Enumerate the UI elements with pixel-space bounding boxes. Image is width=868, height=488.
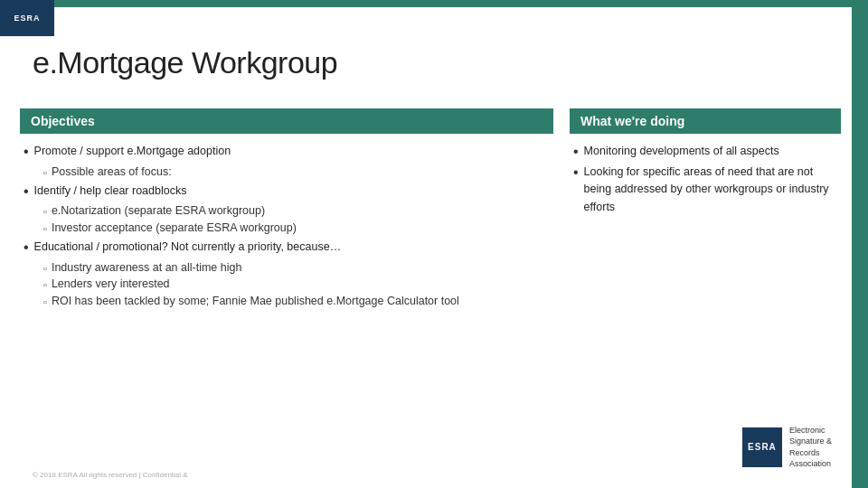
right-accent-bar [852,0,868,488]
list-item: • Monitoring developments of all aspects [573,143,841,162]
list-item: • Promote / support e.Mortgage adoption [24,143,553,162]
sub-list: ▫ e.Notarization (separate ESRA workgrou… [43,202,553,237]
esra-bottom-logo: ESRA Electronic Signature & Records Asso… [742,425,832,470]
esra-logo-box-text: ESRA [748,442,777,452]
sub-arrow-icon: ▫ [43,295,47,310]
sub-arrow-icon: ▫ [43,261,47,277]
sub-text: e.Notarization (separate ESRA workgroup) [52,202,265,220]
logo-text: ESRA [14,14,40,23]
sub-arrow-icon: ▫ [43,165,47,181]
bullet-text: Promote / support e.Mortgage adoption [34,143,553,160]
list-item: • Looking for specific areas of need tha… [573,164,841,216]
sub-text: Industry awareness at an all-time high [52,259,242,277]
sub-text: Possible areas of focus: [52,164,172,181]
sub-text: Investor acceptance (separate ESRA workg… [52,220,297,237]
bullet-icon: • [573,164,579,183]
sub-list: ▫ Possible areas of focus: [43,164,553,181]
list-item: • Identify / help clear roadblocks [24,183,553,202]
objectives-header: Objectives [20,108,553,134]
bullet-icon: • [24,143,29,162]
list-item: ▫ Lenders very interested [43,276,553,293]
doing-content: • Monitoring developments of all aspects… [570,143,841,218]
bullet-text: Educational / promotional? Not currently… [34,239,553,256]
list-item: ▫ Possible areas of focus: [43,164,553,181]
bullet-icon: • [573,143,579,162]
esra-label: Electronic Signature & Records Associati… [789,425,832,470]
sub-arrow-icon: ▫ [43,277,47,293]
list-item: ▫ Investor acceptance (separate ESRA wor… [43,220,553,237]
sub-arrow-icon: ▫ [43,221,47,237]
bullet-text: Monitoring developments of all aspects [584,143,841,160]
logo-area: ESRA [0,0,54,36]
sub-text: ROI has been tackled by some; Fannie Mae… [52,293,459,310]
content-area: Objectives • Promote / support e.Mortgag… [20,108,841,452]
list-item: ▫ e.Notarization (separate ESRA workgrou… [43,202,553,220]
top-bar [0,0,868,7]
objectives-content: • Promote / support e.Mortgage adoption … [20,143,553,312]
bullet-text: Identify / help clear roadblocks [34,183,553,200]
bullet-icon: • [24,239,29,258]
page-title: e.Mortgage Workgroup [33,45,337,80]
sub-arrow-icon: ▫ [43,204,47,220]
doing-header: What we're doing [570,108,841,134]
esra-logo-box: ESRA [742,427,782,467]
bullet-text: Looking for specific areas of need that … [584,164,841,216]
right-column: What we're doing • Monitoring developmen… [570,108,841,452]
sub-list: ▫ Industry awareness at an all-time high… [43,259,553,310]
list-item: • Educational / promotional? Not current… [24,239,553,258]
left-column: Objectives • Promote / support e.Mortgag… [20,108,553,452]
bullet-icon: • [24,183,29,202]
list-item: ▫ ROI has been tackled by some; Fannie M… [43,293,553,310]
sub-text: Lenders very interested [52,276,170,293]
footer-text: © 2018 ESRA All rights reserved | Confid… [33,471,188,479]
list-item: ▫ Industry awareness at an all-time high [43,259,553,277]
